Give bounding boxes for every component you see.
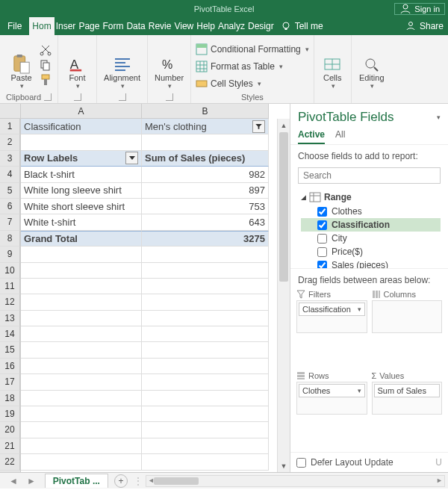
vertical-scroll-thumb[interactable] (279, 132, 288, 282)
cell[interactable]: 982 (142, 167, 269, 182)
tab-view[interactable]: View (172, 17, 195, 35)
row-header[interactable]: 20 (0, 422, 20, 438)
cell[interactable] (21, 134, 142, 150)
cell[interactable] (142, 406, 269, 422)
cell[interactable]: Sum of Sales (pieces) (142, 151, 269, 167)
select-all-corner[interactable] (0, 104, 21, 119)
cell[interactable] (21, 391, 142, 406)
cell[interactable] (142, 422, 269, 438)
field-checkbox[interactable] (317, 234, 327, 244)
tab-design[interactable]: Desigr (246, 17, 276, 35)
cell[interactable]: 3275 (142, 231, 269, 246)
font-dialog-launcher[interactable] (74, 93, 81, 101)
cell[interactable]: 643 (142, 214, 269, 230)
share-button[interactable]: Share (400, 17, 448, 35)
row-header[interactable]: 9 (0, 246, 20, 262)
row-header[interactable]: 17 (0, 374, 20, 390)
tab-formulas[interactable]: Form (101, 17, 125, 35)
scroll-up-arrow[interactable]: ▲ (278, 119, 290, 131)
rows-chip-clothes[interactable]: Clothes▾ (299, 384, 365, 397)
cell[interactable] (21, 454, 142, 470)
cell[interactable] (21, 422, 142, 438)
cell[interactable] (142, 263, 269, 279)
cell[interactable]: 753 (142, 199, 269, 214)
cell[interactable] (142, 374, 269, 390)
cell[interactable]: 897 (142, 183, 269, 199)
cell[interactable] (21, 359, 142, 374)
row-header[interactable]: 3 (0, 151, 20, 167)
row-header[interactable]: 1 (0, 119, 20, 134)
defer-layout-checkbox[interactable] (296, 458, 306, 468)
row-header[interactable]: 15 (0, 342, 20, 358)
cell[interactable] (142, 326, 269, 342)
clipboard-dialog-launcher[interactable] (44, 93, 52, 101)
vertical-scrollbar[interactable]: ▲ ▼ (277, 119, 290, 472)
cell[interactable] (142, 311, 269, 326)
rows-drop-area[interactable]: Clothes▾ (296, 382, 367, 415)
tab-insert[interactable]: Inser (55, 17, 78, 35)
row-header[interactable]: 4 (0, 167, 20, 182)
field-checkbox[interactable] (317, 220, 327, 230)
cell[interactable] (142, 359, 269, 374)
editing-button[interactable]: Editing▾ (356, 40, 388, 90)
new-sheet-button[interactable]: + (114, 474, 128, 488)
cell-grid[interactable]: ClassificationMen's clothing Row LabelsS… (21, 119, 277, 472)
cell[interactable] (21, 374, 142, 390)
cell[interactable] (21, 246, 142, 262)
row-header[interactable]: 13 (0, 311, 20, 326)
cell[interactable]: Classification (21, 119, 142, 134)
field-city[interactable]: City (301, 232, 445, 245)
cell[interactable] (142, 454, 269, 470)
columns-drop-area[interactable] (372, 300, 443, 333)
field-sales[interactable]: Sales (pieces) (301, 258, 445, 269)
cut-icon[interactable] (39, 43, 52, 57)
column-header-b[interactable]: B (142, 104, 269, 119)
sheet-nav-prev[interactable]: ◄ (4, 476, 22, 486)
cell[interactable] (21, 326, 142, 342)
conditional-formatting-button[interactable]: Conditional Formatting▾ (196, 42, 309, 57)
cell[interactable] (142, 279, 269, 294)
cell[interactable] (21, 294, 142, 310)
field-search-input[interactable] (298, 167, 441, 184)
cell[interactable]: Grand Total (21, 231, 142, 246)
field-classification[interactable]: Classification (301, 218, 441, 232)
column-header-a[interactable]: A (21, 104, 142, 119)
row-header[interactable]: 8 (0, 231, 20, 246)
report-filter-dropdown[interactable] (252, 120, 265, 133)
horizontal-scrollbar[interactable]: ◄ ► (146, 475, 445, 487)
tab-file[interactable]: File (0, 17, 29, 35)
cell[interactable]: Men's clothing (142, 119, 269, 134)
format-painter-icon[interactable] (39, 73, 52, 87)
alignment-dialog-launcher[interactable] (119, 93, 126, 101)
cell[interactable] (21, 263, 142, 279)
cell-styles-button[interactable]: Cell Styles▾ (196, 76, 261, 91)
tell-me[interactable]: Tell me (276, 17, 328, 35)
cell[interactable] (142, 391, 269, 406)
paste-button[interactable]: Paste ▾ (6, 40, 37, 90)
tab-analyze[interactable]: Analyz (217, 17, 246, 35)
cell[interactable] (142, 134, 269, 150)
row-header[interactable]: 16 (0, 359, 20, 374)
cell[interactable]: White long sleeve shirt (21, 183, 142, 199)
cell[interactable] (142, 246, 269, 262)
cell[interactable]: White t-shirt (21, 214, 142, 230)
row-header[interactable]: 21 (0, 438, 20, 454)
pane-options-dropdown[interactable]: ▾ (437, 114, 441, 121)
sheet-tab-pivottable[interactable]: PivotTab ... (45, 474, 108, 488)
tab-home[interactable]: Hom (29, 17, 54, 35)
row-labels-dropdown[interactable] (125, 152, 138, 164)
row-header[interactable]: 18 (0, 391, 20, 406)
values-chip-sum-of-sales[interactable]: Sum of Sales (374, 384, 441, 397)
signin-button[interactable]: Sign in (394, 3, 445, 15)
field-clothes[interactable]: Clothes (301, 205, 445, 218)
cell[interactable] (142, 294, 269, 310)
row-header[interactable]: 5 (0, 183, 20, 199)
cell[interactable] (21, 279, 142, 294)
number-dialog-launcher[interactable] (166, 93, 173, 101)
cell[interactable] (142, 342, 269, 358)
copy-icon[interactable] (39, 58, 52, 72)
horizontal-scroll-thumb[interactable] (154, 477, 199, 485)
field-range[interactable]: ◢ Range (301, 190, 445, 205)
row-header[interactable]: 10 (0, 263, 20, 279)
cell[interactable]: White short sleeve shirt (21, 199, 142, 214)
